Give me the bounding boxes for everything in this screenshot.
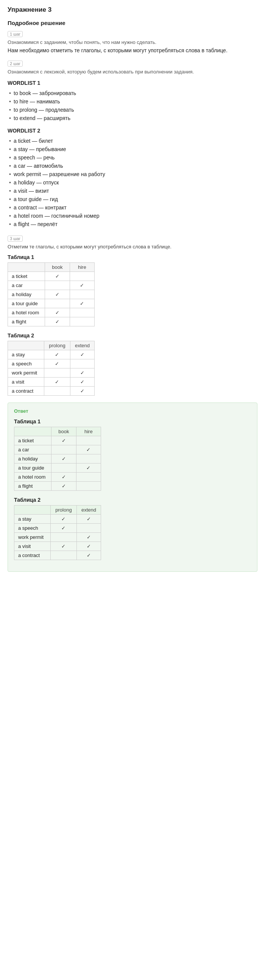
step1-text: Ознакомимся с заданием, чтобы понять, чт… xyxy=(8,40,257,45)
row-label: a visit xyxy=(14,542,51,551)
wordlist1: to book — забронировать to hire — нанима… xyxy=(8,89,257,123)
table1-header-hire: hire xyxy=(70,263,94,272)
step3-block: 3 шаг Отметим те глаголы, с которыми мог… xyxy=(8,235,257,396)
table-row: a holiday✓ xyxy=(8,290,95,299)
row-col1: ✓ xyxy=(51,524,77,533)
table-row: a ticket✓ xyxy=(8,272,95,281)
list-item: a flight — перелёт xyxy=(8,220,257,228)
table-row: work permit✓ xyxy=(8,368,95,377)
table1-header-0 xyxy=(8,263,45,272)
row-book: ✓ xyxy=(45,308,70,317)
row-book: ✓ xyxy=(51,436,76,445)
table-row: a speech✓ xyxy=(8,360,95,368)
solution-title: Подробное решение xyxy=(8,20,257,26)
table2-header-0 xyxy=(8,341,44,350)
table-row: a car✓ xyxy=(8,281,95,290)
list-item: a ticket — билет xyxy=(8,137,257,145)
row-label: a hotel room xyxy=(14,473,51,482)
row-book xyxy=(45,281,70,290)
row-label: a stay xyxy=(8,350,44,360)
row-col1 xyxy=(51,533,77,542)
row-label: a ticket xyxy=(14,436,51,445)
table-row: a stay✓✓ xyxy=(8,350,95,360)
row-book xyxy=(51,463,76,473)
row-hire xyxy=(76,454,101,463)
ans-table1-header-0 xyxy=(14,427,51,436)
step3-label: 3 шаг xyxy=(8,235,23,242)
table-row: a holiday✓ xyxy=(14,454,101,463)
table-row: a flight✓ xyxy=(14,482,101,491)
row-label: work permit xyxy=(8,368,44,377)
table-row: a contract✓ xyxy=(8,387,95,396)
row-label: a holiday xyxy=(8,290,45,299)
list-item: to extend — расширять xyxy=(8,114,257,123)
row-book: ✓ xyxy=(51,473,76,482)
table1: book hire a ticket✓a car✓a holiday✓a tou… xyxy=(8,262,95,326)
table-row: a contract✓ xyxy=(14,551,101,560)
row-label: a speech xyxy=(8,360,44,368)
list-item: a hotel room — гостиничный номер xyxy=(8,212,257,220)
table-row: a stay✓✓ xyxy=(14,515,101,524)
answer-table1-title: Таблица 1 xyxy=(14,418,251,425)
row-col2: ✓ xyxy=(70,387,94,396)
row-col2 xyxy=(76,524,101,533)
row-book: ✓ xyxy=(51,454,76,463)
row-label: work permit xyxy=(14,533,51,542)
row-book: ✓ xyxy=(45,317,70,326)
ans-table1-header-hire: hire xyxy=(76,427,101,436)
table2-header-prolong: prolong xyxy=(44,341,70,350)
table-row: a tour guide✓ xyxy=(14,463,101,473)
table-row: a visit✓✓ xyxy=(14,542,101,551)
row-col1: ✓ xyxy=(51,542,77,551)
list-item: a visit — визит xyxy=(8,187,257,195)
row-hire: ✓ xyxy=(76,463,101,473)
row-hire xyxy=(70,317,94,326)
wordlist2-title: WORDLIST 2 xyxy=(8,127,257,134)
row-col2: ✓ xyxy=(76,551,101,560)
row-hire xyxy=(70,290,94,299)
wordlist1-title: WORDLIST 1 xyxy=(8,80,257,86)
row-book xyxy=(45,299,70,308)
ans-table2-header-0 xyxy=(14,506,51,515)
table-row: a hotel room✓ xyxy=(8,308,95,317)
row-col1 xyxy=(44,368,70,377)
ans-table2-header-prolong: prolong xyxy=(51,506,77,515)
row-hire xyxy=(76,436,101,445)
row-book xyxy=(51,445,76,454)
row-label: a car xyxy=(14,445,51,454)
row-label: a tour guide xyxy=(8,299,45,308)
table1-header-book: book xyxy=(45,263,70,272)
row-col1: ✓ xyxy=(44,360,70,368)
ans-table2-header-extend: extend xyxy=(76,506,101,515)
answer-table2: prolong extend a stay✓✓a speech✓work per… xyxy=(14,505,101,560)
wordlist2: a ticket — билет a stay — пребывание a s… xyxy=(8,137,257,228)
answer-table2-title: Таблица 2 xyxy=(14,497,251,503)
table-row: a car✓ xyxy=(14,445,101,454)
table2-title: Таблица 2 xyxy=(8,332,257,339)
step2-text: Ознакомимся с лексикой, которую будем ис… xyxy=(8,69,257,75)
row-label: a holiday xyxy=(14,454,51,463)
table-row: a tour guide✓ xyxy=(8,299,95,308)
step3-text: Отметим те глаголы, с которыми могут упо… xyxy=(8,244,257,250)
table-row: a hotel room✓ xyxy=(14,473,101,482)
row-hire xyxy=(70,308,94,317)
row-col2: ✓ xyxy=(70,350,94,360)
table2-header-extend: extend xyxy=(70,341,94,350)
list-item: a stay — пребывание xyxy=(8,145,257,153)
list-item: a contract — контракт xyxy=(8,204,257,212)
table2: prolong extend a stay✓✓a speech✓work per… xyxy=(8,341,95,396)
row-label: a car xyxy=(8,281,45,290)
row-col2: ✓ xyxy=(70,377,94,387)
row-label: a contract xyxy=(8,387,44,396)
list-item: a holiday — отпуск xyxy=(8,178,257,187)
row-col1: ✓ xyxy=(44,350,70,360)
table1-title: Таблица 1 xyxy=(8,254,257,260)
row-col2 xyxy=(70,360,94,368)
row-book: ✓ xyxy=(51,482,76,491)
list-item: work permit — разрешение на работу xyxy=(8,170,257,178)
list-item: a tour guide — гид xyxy=(8,195,257,204)
row-hire xyxy=(76,473,101,482)
table-row: a ticket✓ xyxy=(14,436,101,445)
step2-label: 2 шаг xyxy=(8,60,23,67)
answer-block: Ответ Таблица 1 book hire a ticket✓a car… xyxy=(8,402,257,572)
